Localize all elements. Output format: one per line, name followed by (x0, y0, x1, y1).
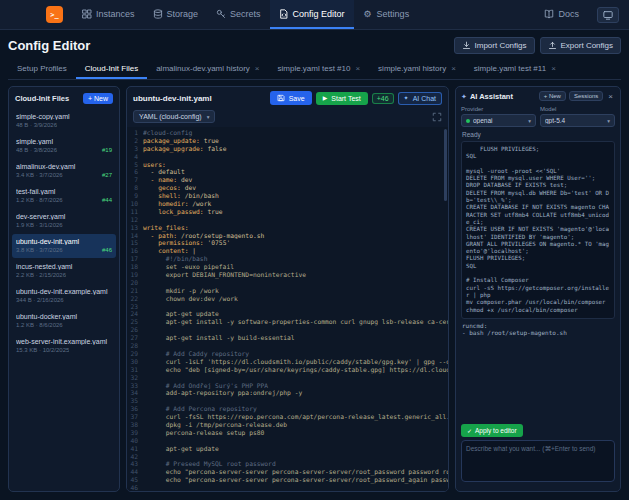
model-select[interactable]: gpt-5.4 ▾ (540, 114, 615, 127)
code-line: 28 (127, 342, 448, 350)
file-item-almalinux-dev-yaml[interactable]: almalinux-dev.yaml3.4 KB · 3/7/2026#27 (12, 159, 116, 183)
line-number: 31 (127, 366, 143, 374)
tab-cloud-init-files[interactable]: Cloud-Init Files (76, 59, 147, 79)
code-line: 40 (127, 437, 448, 445)
app-logo[interactable]: >_ (46, 6, 63, 23)
code-text: gecos: dev (143, 184, 448, 192)
provider-label: Provider (461, 106, 536, 112)
ai-prompt-input[interactable] (461, 440, 615, 482)
code-line: 26 (127, 326, 448, 334)
tab-simple-yaml-history[interactable]: simple.yaml history× (369, 59, 465, 79)
nav-item-settings[interactable]: ⚙Settings (354, 0, 419, 29)
ai-new-session-button[interactable]: + New (539, 91, 566, 101)
code-line: 19 export DEBIAN_FRONTEND=noninteractive (127, 271, 448, 279)
code-text: curl -fsSL https://repo.percona.com/apt/… (143, 413, 448, 421)
nav-item-label: Storage (167, 9, 199, 19)
import-configs-button[interactable]: Import Configs (454, 37, 535, 54)
ai-chat-area[interactable]: FLUSH PRIVILEGES; SQL mysql -uroot -proo… (461, 141, 615, 415)
main-content: Cloud-Init Files + New simple-copy.yaml4… (8, 86, 621, 492)
file-item-ubuntu-docker-yaml[interactable]: ubuntu-docker.yaml1.2 KB · 8/6/2026 (12, 309, 116, 333)
tab-close-icon[interactable]: × (451, 64, 456, 73)
file-item-incus-nested-yaml[interactable]: incus-nested.yaml2.2 KB · 2/15/2026 (12, 259, 116, 283)
tab-label: simple.yaml history (378, 64, 446, 73)
docs-label: Docs (558, 9, 579, 19)
tab-close-icon[interactable]: × (255, 64, 260, 73)
nav-docs[interactable]: Docs (535, 9, 588, 21)
nav-item-storage[interactable]: Storage (144, 0, 208, 29)
provider-status-dot (466, 119, 470, 123)
file-item-dev-server-yaml[interactable]: dev-server.yaml1.9 KB · 3/1/2026 (12, 209, 116, 233)
ai-status-text: Ready (456, 131, 620, 141)
export-configs-button[interactable]: Export Configs (540, 37, 621, 54)
close-icon[interactable]: × (606, 92, 615, 101)
code-line: 15 permissions: '0755' (127, 239, 448, 247)
code-text: - default (143, 168, 448, 176)
file-item-ubuntu-dev-init-example-yaml[interactable]: ubuntu-dev-init.example.yaml344 B · 2/16… (12, 284, 116, 308)
database-icon (153, 9, 163, 19)
file-item-ubuntu-dev-init-yaml[interactable]: ubuntu-dev-init.yaml3.8 KB · 3/7/2026#46 (12, 234, 116, 258)
line-number: 10 (127, 200, 143, 208)
file-item-web-server-init-example-yaml[interactable]: web-server-init.example.yaml15.3 KB · 10… (12, 334, 116, 358)
tab-close-icon[interactable]: × (355, 64, 360, 73)
file-run-badge: #19 (102, 147, 112, 153)
expand-editor-button[interactable] (432, 112, 442, 122)
file-item-simple-copy-yaml[interactable]: simple-copy.yaml48 B · 3/9/2026 (12, 109, 116, 133)
nav-item-config-editor[interactable]: Config Editor (270, 0, 354, 29)
code-editor[interactable]: 1#cloud-config2package_update: true3pack… (127, 127, 448, 491)
tab-setup-profiles[interactable]: Setup Profiles (8, 59, 76, 79)
ai-chat-button[interactable]: ✦ AI Chat (398, 92, 442, 105)
line-number: 17 (127, 255, 143, 263)
file-meta-row: 1.2 KB · 8/6/2026 (16, 322, 112, 328)
code-line: 43 # Preseed MySQL root password (127, 460, 448, 468)
code-text: #!/bin/bash (143, 255, 448, 263)
provider-select-value: openai (473, 117, 525, 124)
start-test-button[interactable]: ▶ Start Test (316, 92, 368, 105)
file-name: dev-server.yaml (16, 213, 112, 220)
code-text: package_update: true (143, 137, 448, 145)
tab-almalinux-dev-yaml-history[interactable]: almalinux-dev.yaml history× (147, 59, 268, 79)
editor-scrollbar[interactable] (444, 129, 447, 489)
provider-select[interactable]: openai ▾ (461, 114, 536, 127)
nav-item-instances[interactable]: Instances (73, 0, 144, 29)
editor-header: ubuntu-dev-init.yaml Save ▶ Start Test +… (127, 87, 448, 108)
tab-simple-yaml-test-10[interactable]: simple.yaml test #10× (269, 59, 370, 79)
line-number: 45 (127, 476, 143, 484)
line-number: 11 (127, 208, 143, 216)
code-text (143, 153, 448, 161)
file-item-simple-yaml[interactable]: simple.yaml48 B · 3/8/2026#19 (12, 134, 116, 158)
console-button[interactable] (597, 7, 619, 23)
code-line: 29 # Add Caddy repository (127, 350, 448, 358)
line-number: 13 (127, 224, 143, 232)
line-number: 26 (127, 326, 143, 334)
new-file-button[interactable]: + New (83, 93, 113, 104)
language-select[interactable]: YAML (cloud-config) ▾ (133, 110, 215, 123)
code-line: 14 - path: /root/setup-magento.sh (127, 232, 448, 240)
line-number: 2 (127, 137, 143, 145)
save-button[interactable]: Save (270, 91, 312, 105)
code-text (143, 326, 448, 334)
file-item-test-fail-yaml[interactable]: test-fail.yaml1.2 KB · 8/7/2026#44 (12, 184, 116, 208)
ai-sessions-button[interactable]: Sessions (569, 91, 603, 101)
files-panel-title: Cloud-Init Files (15, 94, 69, 103)
tab-close-icon[interactable]: × (551, 64, 556, 73)
model-select-value: gpt-5.4 (545, 117, 604, 124)
line-number: 27 (127, 334, 143, 342)
nav-item-secrets[interactable]: Secrets (207, 0, 270, 29)
gear-icon: ⚙ (363, 9, 373, 19)
editor-scroll-thumb[interactable] (444, 129, 447, 201)
apply-to-editor-button[interactable]: ✓ Apply to editor (461, 424, 523, 437)
code-text: write_files: (143, 224, 448, 232)
file-meta: 344 B · 2/16/2026 (16, 297, 64, 303)
line-number: 9 (127, 192, 143, 200)
tab-simple-yaml-test-11[interactable]: simple.yaml test #11× (465, 59, 565, 79)
code-line: 8 gecos: dev (127, 184, 448, 192)
import-configs-label: Import Configs (475, 41, 527, 50)
line-number: 37 (127, 413, 143, 421)
code-text: - name: dev (143, 176, 448, 184)
cloud-init-files-panel: Cloud-Init Files + New simple-copy.yaml4… (8, 86, 120, 492)
line-number: 25 (127, 318, 143, 326)
code-line: 6 - default (127, 168, 448, 176)
sparkle-icon: ✦ (404, 95, 409, 101)
code-text (143, 303, 448, 311)
line-number: 38 (127, 421, 143, 429)
